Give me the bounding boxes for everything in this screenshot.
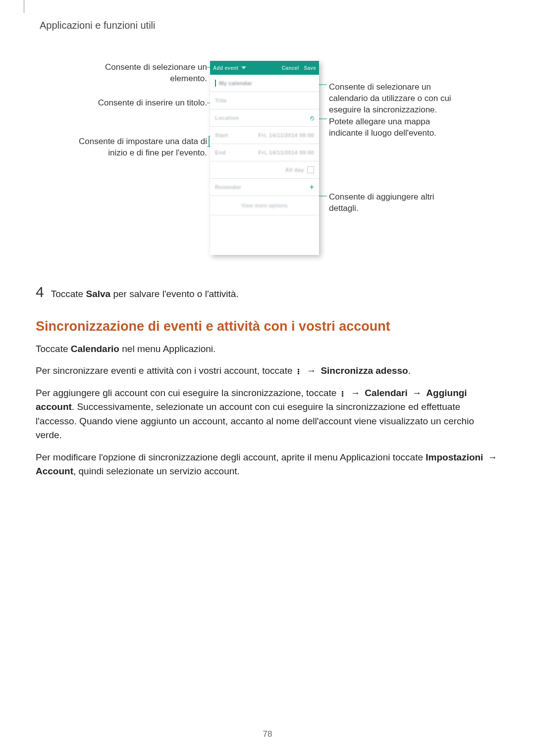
p3-post: . Successivamente, selezionate un accoun… <box>36 402 474 440</box>
paragraph-3: Per aggiungere gli account con cui esegu… <box>36 386 499 443</box>
end-value: Fri, 14/11/2014 09:00 <box>258 150 314 155</box>
arrow-icon: → <box>488 451 497 465</box>
callout-set-dates: Consente di impostare una data di inizio… <box>78 136 207 159</box>
page-number: 78 <box>0 729 535 739</box>
p1-post: nel menu Applicazioni. <box>119 344 215 354</box>
phone-row-start: Start Fri, 14/11/2014 08:00 <box>210 127 319 144</box>
step4-pre: Toccate <box>51 289 86 299</box>
phone-row-end: End Fri, 14/11/2014 09:00 <box>210 144 319 161</box>
breadcrumb: Applicazioni e funzioni utili <box>40 20 499 31</box>
paragraph-4: Per modificare l'opzione di sincronizzaz… <box>36 451 499 479</box>
phone-row-mycalendar: My calendar <box>210 75 319 92</box>
p4-bold2: Account <box>36 466 73 476</box>
paragraph-1: Toccate Calendario nel menu Applicazioni… <box>36 342 499 356</box>
start-value: Fri, 14/11/2014 08:00 <box>258 132 314 138</box>
more-options-icon <box>340 391 345 397</box>
p2-post: . <box>408 365 411 376</box>
location-placeholder: Location <box>215 115 239 121</box>
arrow-icon: → <box>307 364 316 378</box>
section-heading-sync: Sincronizzazione di eventi e attività co… <box>36 319 499 334</box>
dropdown-triangle-icon <box>241 66 246 69</box>
allday-checkbox <box>307 166 314 173</box>
step4-bold: Salva <box>86 289 110 299</box>
phone-row-location: Location ⎋ <box>210 109 319 127</box>
phone-cancel-label: Cancel <box>282 65 299 71</box>
callout-insert-title: Consente di inserire un titolo. <box>98 98 207 109</box>
start-label: Start <box>215 132 228 138</box>
paragraph-2: Per sincronizzare eventi e attività con … <box>36 364 499 378</box>
plus-icon: + <box>310 183 314 192</box>
callout-more-details: Consente di aggiungere altri dettagli. <box>329 192 458 214</box>
p2-pre: Per sincronizzare eventi e attività con … <box>36 365 295 376</box>
step-4: 4 Toccate Salva per salvare l'evento o l… <box>36 284 499 301</box>
phone-header-title: Add event <box>213 65 238 71</box>
arrow-icon: → <box>412 386 422 401</box>
phone-header-bar: Add event Cancel Save <box>210 61 319 75</box>
allday-label: All day <box>285 167 304 173</box>
calendar-color-bar <box>215 80 216 87</box>
callout-select-calendar: Consente di selezionare un calendario da… <box>329 82 458 116</box>
p3-bold1: Calendari <box>365 388 408 398</box>
phone-row-title: Title <box>210 92 319 109</box>
p4-post: , quindi selezionate un servizio account… <box>73 466 240 476</box>
top-tick-mark <box>24 0 24 13</box>
p2-bold: Sincronizza adesso <box>321 365 408 376</box>
viewmore-label: View more options <box>241 203 288 208</box>
arrow-icon: → <box>351 386 360 401</box>
p4-pre: Per modificare l'opzione di sincronizzaz… <box>36 452 426 462</box>
end-label: End <box>215 150 226 155</box>
step-text: Toccate Salva per salvare l'evento o l'a… <box>51 288 239 301</box>
step4-post: per salvare l'evento o l'attività. <box>110 289 239 299</box>
phone-save-label: Save <box>304 65 316 71</box>
phone-row-reminder: Reminder + <box>210 179 319 196</box>
p1-bold: Calendario <box>71 344 119 354</box>
location-pin-icon: ⎋ <box>310 114 314 122</box>
phone-row-allday: All day <box>210 161 319 179</box>
p1-pre: Toccate <box>36 344 71 354</box>
callout-attach-map: Potete allegare una mappa indicante il l… <box>329 116 458 139</box>
title-placeholder: Title <box>215 98 227 103</box>
mycalendar-label: My calendar <box>219 80 252 86</box>
phone-mock: Add event Cancel Save My calendar Title … <box>210 61 319 255</box>
callout-select-element: Consente di selezionare un elemento. <box>78 62 207 85</box>
reminder-label: Reminder <box>215 184 241 190</box>
p4-bold1: Impostazioni <box>426 452 483 462</box>
step-number: 4 <box>36 284 44 301</box>
annotated-screenshot-figure: Consente di selezionare un elemento. Con… <box>36 61 499 264</box>
phone-row-viewmore: View more options <box>210 196 319 215</box>
p3-pre: Per aggiungere gli account con cui esegu… <box>36 388 339 398</box>
more-options-icon <box>296 368 301 375</box>
